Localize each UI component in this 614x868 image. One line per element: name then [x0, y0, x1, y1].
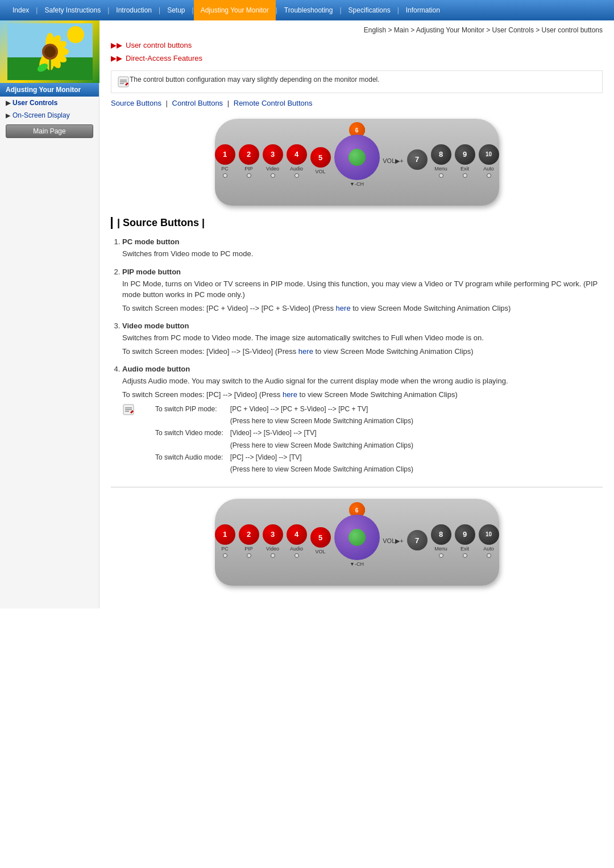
- btn-auto-label: Auto: [483, 166, 494, 172]
- arrow-icon: ▶: [6, 99, 10, 107]
- pencil-icon: [117, 76, 130, 88]
- btn-video[interactable]: 3: [263, 144, 283, 165]
- here-link-2[interactable]: here: [336, 304, 351, 312]
- divider: [111, 487, 603, 487]
- link-direct-access[interactable]: ▶▶ Direct-Access Features: [111, 52, 603, 65]
- here-link-pip[interactable]: here: [252, 417, 265, 425]
- remote-control: ▲+CH 1 PC 2: [215, 119, 499, 206]
- btn-menu[interactable]: 8: [431, 144, 451, 165]
- note-grid: To switch PIP mode: [PC + Video] --> [PC…: [152, 403, 417, 475]
- btn-auto[interactable]: 10: [479, 144, 499, 165]
- btn-pc-label: PC: [221, 166, 229, 172]
- sidebar-section-title: Adjusting Your Monitor: [0, 83, 99, 97]
- source-links: Source Buttons | Control Buttons | Remot…: [111, 99, 603, 107]
- btn-audio-label: Audio: [290, 166, 303, 172]
- btn-col-b8: 8 Menu: [431, 524, 451, 558]
- btn-pip[interactable]: 2: [239, 144, 259, 165]
- center-control[interactable]: [334, 135, 380, 180]
- svg-point-2: [67, 26, 84, 43]
- main-page-button[interactable]: Main Page: [6, 124, 93, 138]
- btn-pip-label: PIP: [244, 166, 253, 172]
- nav-specs[interactable]: Specifications: [342, 0, 397, 20]
- center-inner-2: [349, 529, 366, 546]
- btn-col-7: 7: [407, 149, 428, 173]
- item-4-title: Audio mode button: [122, 365, 603, 373]
- center-control-2[interactable]: [334, 515, 380, 560]
- note-video-value: [Video] --> [S-Video] --> [TV]: [227, 427, 417, 439]
- list-item-3: Video mode button Switches from PC mode …: [122, 322, 603, 357]
- content-area: English > Main > Adjusting Your Monitor …: [99, 20, 614, 608]
- btn-pc[interactable]: 1: [215, 144, 235, 165]
- btn-b-5[interactable]: 5: [310, 527, 331, 548]
- btn-exit[interactable]: 9: [455, 144, 475, 165]
- btn-exit-label: Exit: [460, 166, 469, 172]
- list-item-1: PC mode button Switches from Video mode …: [122, 237, 603, 260]
- nav-bar: Index | Safety Instructions | Introducti…: [0, 0, 614, 20]
- nav-setup[interactable]: Setup: [160, 0, 192, 20]
- here-link-3[interactable]: here: [298, 347, 313, 356]
- nav-info[interactable]: Information: [399, 0, 447, 20]
- center-inner: [349, 149, 366, 166]
- nav-troubleshoot[interactable]: Troubleshooting: [277, 0, 340, 20]
- note-row-video-sub: (Press here to view Screen Mode Switchin…: [152, 440, 417, 452]
- nav-intro[interactable]: Introduction: [109, 0, 159, 20]
- note-row-audio: To switch Audio mode: [PC] --> [Video] -…: [152, 452, 417, 464]
- here-link-video[interactable]: here: [252, 441, 265, 449]
- remote-buttons-row-2: 1 PC 2 PIP 3 Video 4: [226, 515, 488, 567]
- section-heading: | Source Buttons |: [111, 217, 603, 229]
- note-row-pip: To switch PIP mode: [PC + Video] --> [PC…: [152, 403, 417, 415]
- btn-5[interactable]: 5: [310, 147, 331, 168]
- list-item-4: Audio mode button Adjusts Audio mode. Yo…: [122, 365, 603, 475]
- control-buttons-link[interactable]: Control Buttons: [172, 99, 223, 107]
- btn-col-b1: 1 PC: [215, 524, 235, 558]
- item-4-desc: Adjusts Audio mode. You may switch to th…: [122, 375, 603, 387]
- btn-video-label: Video: [266, 166, 279, 172]
- btn-b-exit[interactable]: 9: [455, 524, 475, 545]
- btn-col-b7: 7: [407, 530, 428, 552]
- btn-b-audio[interactable]: 4: [287, 524, 307, 545]
- remote-diagram-top: ▲+CH 1 PC 2: [111, 119, 603, 206]
- remote-buttons-row: 1 PC 2 PIP: [226, 135, 488, 187]
- btn-b-7[interactable]: 7: [407, 530, 428, 550]
- btn-b-video[interactable]: 3: [263, 524, 283, 545]
- main-layout: Adjusting Your Monitor ▶ User Controls ▶…: [0, 20, 614, 608]
- nav-safety[interactable]: Safety Instructions: [38, 0, 107, 20]
- here-link-audio[interactable]: here: [252, 465, 265, 473]
- btn-col-1: 1 PC: [215, 144, 235, 178]
- link-user-control-buttons[interactable]: ▶▶ User control buttons: [111, 39, 603, 52]
- item-2-extra: To switch Screen modes: [PC + Video] -->…: [122, 303, 603, 314]
- nav-index[interactable]: Index: [6, 0, 36, 20]
- item-4-extra: To switch Screen modes: [PC] --> [Video]…: [122, 389, 603, 400]
- sidebar-link-user-controls[interactable]: ▶ User Controls: [0, 97, 99, 109]
- btn-col-4: 4 Audio: [287, 144, 307, 178]
- here-link-4[interactable]: here: [283, 390, 297, 399]
- item-1-title: PC mode button: [122, 237, 603, 246]
- nav-adjusting[interactable]: Adjusting Your Monitor: [194, 0, 276, 20]
- btn-b-pc[interactable]: 1: [215, 524, 235, 545]
- note-rows: To switch PIP mode: [PC + Video] --> [PC…: [122, 403, 603, 475]
- list-item-2: PIP mode button In PC Mode, turns on Vid…: [122, 268, 603, 314]
- sidebar-link-osd[interactable]: ▶ On-Screen Display: [0, 109, 99, 122]
- note-row-audio-sub: (Press here to view Screen Mode Switchin…: [152, 464, 417, 475]
- item-1-desc: Switches from Video mode to PC mode.: [122, 248, 603, 260]
- btn-b-pip[interactable]: 2: [239, 524, 259, 545]
- btn-b-auto[interactable]: 10: [479, 524, 499, 545]
- remote-control-link[interactable]: Remote Control Buttons: [234, 99, 313, 107]
- notice-box: The control button configuration may var…: [111, 70, 603, 93]
- btn-7[interactable]: 7: [407, 149, 428, 170]
- note-audio-label: To switch Audio mode:: [152, 452, 227, 464]
- item-3-desc: Switches from PC mode to Video mode. The…: [122, 332, 603, 344]
- note-audio-value: [PC] --> [Video] --> [TV]: [227, 452, 417, 464]
- btn-col-b9: 9 Exit: [455, 524, 475, 558]
- btn-b-menu[interactable]: 8: [431, 524, 451, 545]
- btn-menu-label: Menu: [434, 166, 447, 172]
- source-buttons-link[interactable]: Source Buttons: [111, 99, 161, 107]
- pencil-icon-2: [122, 403, 135, 416]
- btn-col-b3: 3 Video: [263, 524, 283, 558]
- breadcrumb: English > Main > Adjusting Your Monitor …: [111, 20, 603, 39]
- btn-col-3: 3 Video: [263, 144, 283, 178]
- arrow-icon-2: ▶: [6, 112, 10, 119]
- item-3-title: Video mode button: [122, 322, 603, 330]
- btn-audio[interactable]: 4: [287, 144, 307, 165]
- sidebar-image: [0, 20, 99, 83]
